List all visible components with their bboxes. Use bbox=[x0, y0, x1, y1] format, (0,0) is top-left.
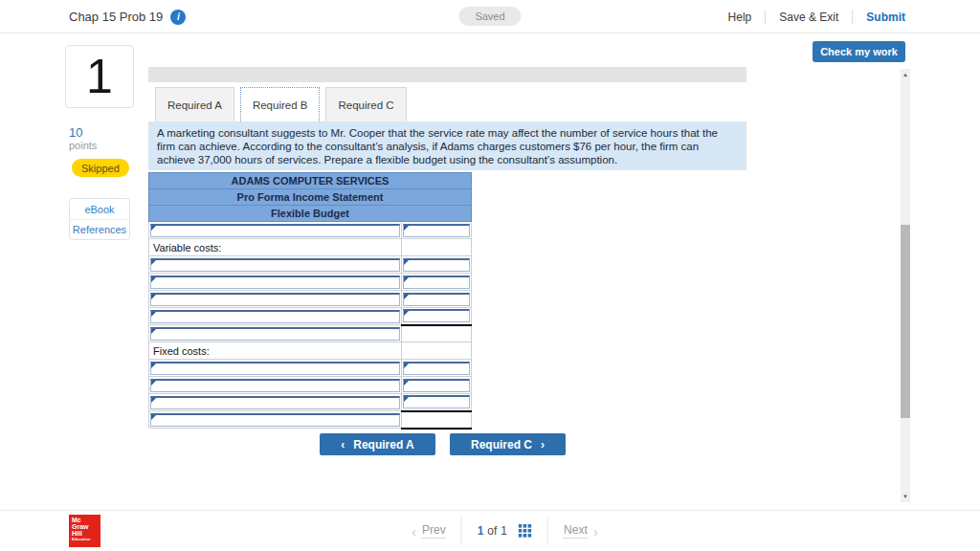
question-pager: ‹ Prev 1 of 1 Next › bbox=[406, 511, 604, 551]
amount-input-cell[interactable] bbox=[403, 362, 470, 375]
submit-link[interactable]: Submit bbox=[853, 11, 905, 24]
next-required-button[interactable]: Required C › bbox=[450, 433, 566, 455]
table-row bbox=[149, 222, 472, 239]
section-label-fixed-costs: Fixed costs: bbox=[149, 342, 402, 360]
amount-input[interactable] bbox=[404, 277, 469, 288]
connect-assignment-page: Chap 15 Prob 19 i Saved Help Save & Exit… bbox=[0, 0, 980, 551]
account-input-cell[interactable] bbox=[150, 276, 400, 289]
info-icon[interactable]: i bbox=[170, 10, 186, 25]
scroll-down-icon[interactable]: ▼ bbox=[901, 492, 910, 501]
account-input-cell[interactable] bbox=[150, 362, 400, 375]
amount-input-cell[interactable] bbox=[403, 276, 470, 289]
flexible-budget-table: ADAMS COMPUTER SERVICES Pro Forma Income… bbox=[148, 172, 472, 430]
amount-input-cell[interactable] bbox=[403, 293, 470, 306]
account-input-cell[interactable] bbox=[150, 258, 400, 272]
amount-input-cell[interactable] bbox=[403, 224, 470, 237]
empty-cell bbox=[402, 342, 472, 360]
table-row bbox=[149, 377, 472, 394]
ebook-link[interactable]: eBook bbox=[70, 199, 129, 219]
points-label: points bbox=[69, 140, 97, 151]
empty-cell bbox=[402, 239, 472, 256]
check-my-work-button[interactable]: Check my work bbox=[813, 41, 905, 62]
total-cell bbox=[402, 325, 472, 342]
table-title-statement: Pro Forma Income Statement bbox=[149, 189, 472, 206]
account-input[interactable] bbox=[151, 415, 399, 426]
logo-text: Hill bbox=[72, 530, 100, 537]
account-input[interactable] bbox=[151, 329, 399, 340]
table-title-budget: Flexible Budget bbox=[149, 206, 472, 222]
amount-input[interactable] bbox=[404, 397, 469, 408]
prev-required-button[interactable]: ‹ Required A bbox=[320, 433, 435, 455]
chevron-right-icon: › bbox=[541, 438, 545, 452]
points-value: 10 bbox=[69, 125, 82, 140]
table-row bbox=[149, 394, 472, 411]
account-input[interactable] bbox=[151, 398, 399, 408]
references-link[interactable]: References bbox=[70, 219, 129, 239]
table-row: Fixed costs: bbox=[149, 342, 472, 360]
amount-input-cell[interactable] bbox=[403, 309, 470, 322]
table-row bbox=[149, 291, 472, 308]
account-input-cell[interactable] bbox=[150, 293, 400, 306]
amount-input-cell[interactable] bbox=[403, 258, 470, 272]
table-row bbox=[149, 411, 472, 429]
tab-required-b[interactable]: Required B bbox=[240, 87, 321, 121]
saved-status-badge: Saved bbox=[458, 7, 521, 26]
table-row bbox=[149, 274, 472, 291]
account-input-cell[interactable] bbox=[150, 327, 400, 341]
account-input-cell[interactable] bbox=[150, 310, 400, 323]
account-input-cell[interactable] bbox=[150, 396, 400, 409]
next-required-label: Required C bbox=[471, 438, 532, 452]
account-input[interactable] bbox=[151, 381, 399, 391]
total-cell bbox=[402, 411, 472, 429]
divider bbox=[461, 518, 462, 544]
account-input-cell[interactable] bbox=[150, 224, 400, 237]
tab-required-a[interactable]: Required A bbox=[155, 87, 234, 121]
account-input[interactable] bbox=[151, 312, 399, 322]
logo-text: Mc bbox=[72, 517, 100, 523]
section-label-variable-costs: Variable costs: bbox=[149, 239, 402, 256]
account-input-cell[interactable] bbox=[150, 413, 400, 427]
content-top-bar bbox=[148, 67, 746, 82]
problem-instructions: A marketing consultant suggests to Mr. C… bbox=[148, 121, 746, 170]
tab-nav-buttons: ‹ Required A Required C › bbox=[320, 433, 566, 455]
status-badge: Skipped bbox=[72, 159, 129, 177]
logo-text: Graw bbox=[72, 523, 100, 530]
amount-input[interactable] bbox=[404, 260, 469, 271]
page-of-label: of bbox=[487, 524, 497, 538]
resources-card: eBook References bbox=[69, 198, 130, 240]
next-question-link[interactable]: Next bbox=[564, 523, 588, 539]
vertical-scrollbar[interactable]: ▲ ▼ bbox=[901, 69, 910, 502]
account-input[interactable] bbox=[151, 364, 399, 374]
amount-input-cell[interactable] bbox=[403, 379, 470, 392]
table-row bbox=[149, 325, 472, 342]
required-tabs: Required A Required B Required C bbox=[155, 87, 407, 121]
table-row bbox=[149, 360, 472, 377]
account-input[interactable] bbox=[151, 295, 399, 305]
amount-input-cell[interactable] bbox=[403, 395, 470, 408]
divider bbox=[547, 518, 548, 544]
account-input[interactable] bbox=[151, 226, 399, 236]
question-number: 1 bbox=[86, 49, 113, 104]
prev-required-label: Required A bbox=[353, 438, 414, 452]
table-row: Variable costs: bbox=[149, 239, 472, 256]
question-grid-icon[interactable] bbox=[519, 524, 532, 538]
amount-input[interactable] bbox=[404, 295, 469, 305]
tab-required-c[interactable]: Required C bbox=[325, 87, 406, 121]
account-input[interactable] bbox=[151, 260, 399, 271]
pager-chevron-left-icon[interactable]: ‹ bbox=[406, 523, 422, 540]
pager-chevron-right-icon[interactable]: › bbox=[588, 523, 604, 540]
prev-question-link[interactable]: Prev bbox=[422, 523, 446, 539]
amount-input[interactable] bbox=[404, 381, 469, 391]
account-input[interactable] bbox=[151, 277, 399, 288]
question-number-card[interactable]: 1 bbox=[65, 45, 134, 108]
save-exit-link[interactable]: Save & Exit bbox=[766, 11, 852, 24]
help-link[interactable]: Help bbox=[715, 11, 766, 24]
account-input-cell[interactable] bbox=[150, 379, 400, 392]
amount-input[interactable] bbox=[404, 364, 469, 374]
page-total: 1 bbox=[501, 524, 507, 538]
amount-input[interactable] bbox=[404, 311, 469, 321]
amount-input[interactable] bbox=[404, 226, 469, 236]
scroll-up-icon[interactable]: ▲ bbox=[901, 70, 910, 79]
scrollbar-thumb[interactable] bbox=[901, 225, 910, 418]
table-row bbox=[149, 256, 472, 274]
